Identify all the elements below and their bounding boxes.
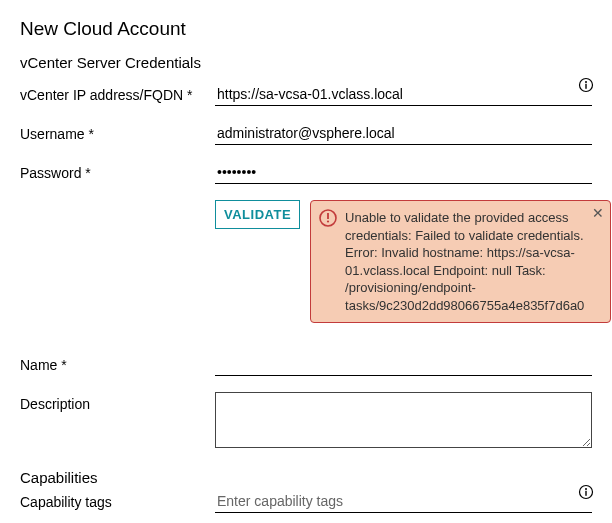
name-label: Name * — [20, 353, 215, 373]
error-icon — [319, 209, 337, 232]
description-label: Description — [20, 392, 215, 412]
ip-label: vCenter IP address/FQDN * — [20, 83, 215, 103]
svg-rect-2 — [585, 84, 586, 89]
password-label: Password * — [20, 161, 215, 181]
info-icon[interactable] — [578, 484, 594, 500]
username-input[interactable] — [215, 122, 592, 145]
close-icon[interactable]: ✕ — [592, 206, 604, 220]
description-textarea[interactable] — [215, 392, 592, 448]
svg-point-5 — [327, 220, 329, 222]
validate-button[interactable]: VALIDATE — [215, 200, 300, 229]
page-title: New Cloud Account — [20, 18, 592, 40]
name-input[interactable] — [215, 353, 592, 376]
credentials-section-title: vCenter Server Credentials — [20, 54, 592, 71]
info-icon[interactable] — [578, 77, 594, 93]
password-input[interactable] — [215, 161, 592, 184]
username-label: Username * — [20, 122, 215, 142]
ip-input[interactable] — [215, 83, 592, 106]
svg-rect-8 — [585, 491, 586, 496]
error-alert: ✕ Unable to validate the provided access… — [310, 200, 611, 323]
capability-tags-input[interactable] — [215, 490, 592, 513]
svg-point-7 — [585, 488, 587, 490]
capability-tags-label: Capability tags — [20, 490, 215, 510]
error-message-text: Unable to validate the provided access c… — [345, 210, 584, 313]
capabilities-section-title: Capabilities — [20, 469, 592, 486]
svg-rect-4 — [327, 213, 329, 219]
svg-point-1 — [585, 81, 587, 83]
